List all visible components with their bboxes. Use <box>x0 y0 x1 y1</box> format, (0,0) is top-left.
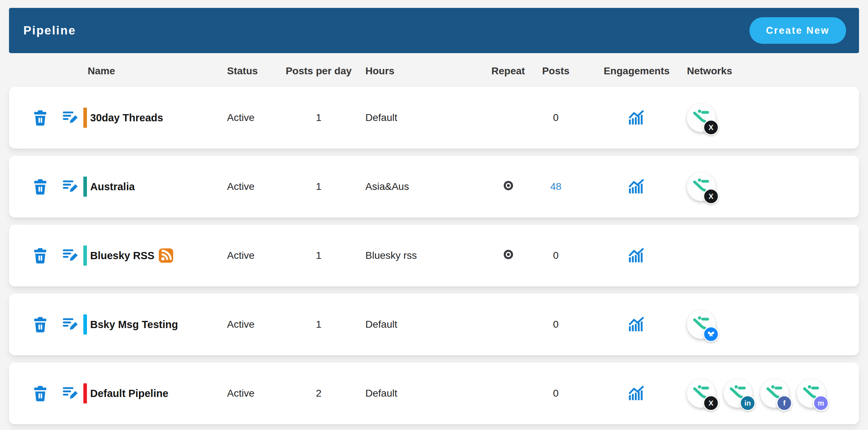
network-avatar-x[interactable]: X <box>687 379 716 408</box>
delete-trash-icon[interactable] <box>32 247 49 264</box>
row-actions-cell <box>24 109 83 126</box>
networks-cell <box>687 310 859 339</box>
pipeline-name: Default Pipeline <box>90 388 168 399</box>
column-header-posts-per-day: Posts per day <box>283 65 355 77</box>
pipeline-color-bar <box>83 108 87 128</box>
pipeline-row: 30day Threads Active 1 Default 0 <box>9 87 859 149</box>
row-posts-cell: 48 <box>525 181 586 192</box>
hours-value: Bluesky rss <box>355 250 491 261</box>
column-header-status: Status <box>227 65 283 77</box>
engagements-chart-icon[interactable] <box>628 109 645 126</box>
row-engagements-cell <box>586 178 687 195</box>
posts-per-day-value: 2 <box>283 388 355 399</box>
posts-count: 0 <box>553 250 559 261</box>
pipeline-row: Australia Active 1 Asia&Aus 48 <box>9 156 859 218</box>
posts-count: 0 <box>553 319 559 330</box>
x-badge-icon: X <box>703 395 719 411</box>
status-value: Active <box>227 181 283 192</box>
posts-count: 0 <box>553 112 559 123</box>
posts-per-day-value: 1 <box>283 319 355 330</box>
network-avatar-x[interactable]: X <box>687 172 716 201</box>
edit-pipeline-icon[interactable] <box>62 316 79 333</box>
pipeline-color-bar <box>83 246 87 266</box>
row-actions-cell <box>24 178 83 195</box>
networks-cell: X in f m <box>687 379 859 408</box>
status-value: Active <box>227 250 283 261</box>
hours-value: Default <box>355 319 491 330</box>
row-actions-cell <box>24 316 83 333</box>
hours-value: Default <box>355 112 491 123</box>
repeat-indicator-icon <box>503 249 514 262</box>
row-name-cell: Bsky Msg Testing <box>83 314 227 335</box>
delete-trash-icon[interactable] <box>32 316 49 333</box>
row-posts-cell: 0 <box>525 250 586 261</box>
pipeline-row: Default Pipeline Active 2 Default 0 <box>9 363 859 424</box>
pipeline-color-bar <box>83 177 87 197</box>
pipeline-page: Pipeline Create New Name Status Posts pe… <box>0 0 868 424</box>
rss-icon <box>159 248 173 263</box>
column-header-engagements: Engagements <box>586 65 687 77</box>
edit-pipeline-icon[interactable] <box>62 385 79 402</box>
status-value: Active <box>227 112 283 123</box>
edit-pipeline-icon[interactable] <box>62 109 79 126</box>
posts-count: 0 <box>553 388 559 399</box>
edit-pipeline-icon[interactable] <box>62 178 79 195</box>
row-engagements-cell <box>586 247 687 264</box>
row-actions-cell <box>24 385 83 402</box>
row-name-cell: Bluesky RSS <box>83 246 227 266</box>
page-title: Pipeline <box>23 24 76 37</box>
column-header-hours: Hours <box>355 65 491 77</box>
pipeline-name: 30day Threads <box>90 112 163 124</box>
engagements-chart-icon[interactable] <box>628 385 645 402</box>
posts-per-day-value: 1 <box>283 181 355 192</box>
status-value: Active <box>227 319 283 330</box>
pipeline-name: Bluesky RSS <box>90 250 154 262</box>
network-avatar-mastodon[interactable]: m <box>797 379 826 408</box>
row-name-cell: Australia <box>83 177 227 197</box>
pipeline-color-bar <box>83 383 87 403</box>
pipeline-row: Bsky Msg Testing Active 1 Default 0 <box>9 294 859 355</box>
mastodon-badge-icon: m <box>813 395 829 411</box>
engagements-chart-icon[interactable] <box>628 316 645 333</box>
row-name-cell: 30day Threads <box>83 108 227 128</box>
hours-value: Asia&Aus <box>355 181 491 192</box>
engagements-chart-icon[interactable] <box>628 178 645 195</box>
delete-trash-icon[interactable] <box>32 109 49 126</box>
status-value: Active <box>227 388 283 399</box>
delete-trash-icon[interactable] <box>32 178 49 195</box>
pipeline-color-bar <box>83 314 87 335</box>
network-avatar-linkedin[interactable]: in <box>724 379 752 408</box>
row-name-cell: Default Pipeline <box>83 383 227 403</box>
row-engagements-cell <box>586 316 687 333</box>
delete-trash-icon[interactable] <box>32 385 49 402</box>
bluesky-butterfly-icon <box>706 329 716 339</box>
repeat-indicator-icon <box>503 180 514 193</box>
network-avatar-x[interactable]: X <box>687 103 716 132</box>
create-new-button[interactable]: Create New <box>749 17 846 44</box>
facebook-badge-icon: f <box>776 395 792 411</box>
posts-count[interactable]: 48 <box>550 181 561 192</box>
pipeline-row: Bluesky RSS Active 1 Bluesky rss <box>9 225 859 286</box>
row-posts-cell: 0 <box>525 319 586 330</box>
x-badge-icon: X <box>703 188 719 204</box>
linkedin-badge-icon: in <box>740 395 756 411</box>
row-engagements-cell <box>586 385 687 402</box>
hours-value: Default <box>355 388 491 399</box>
engagements-chart-icon[interactable] <box>628 247 645 264</box>
row-repeat-cell <box>491 180 525 193</box>
posts-per-day-value: 1 <box>283 112 355 123</box>
column-header-networks: Networks <box>687 65 859 77</box>
networks-cell: X <box>687 172 859 201</box>
network-avatar-bluesky[interactable] <box>687 310 716 339</box>
row-engagements-cell <box>586 109 687 126</box>
pipeline-name: Bsky Msg Testing <box>90 319 178 331</box>
pipeline-list: 30day Threads Active 1 Default 0 <box>9 87 859 424</box>
network-avatar-facebook[interactable]: f <box>760 379 789 408</box>
page-header-bar: Pipeline Create New <box>9 8 859 53</box>
edit-pipeline-icon[interactable] <box>62 247 79 264</box>
column-header-posts: Posts <box>525 65 586 77</box>
column-header-repeat: Repeat <box>491 65 525 77</box>
posts-per-day-value: 1 <box>283 250 355 261</box>
row-repeat-cell <box>491 249 525 262</box>
networks-cell: X <box>687 103 859 132</box>
